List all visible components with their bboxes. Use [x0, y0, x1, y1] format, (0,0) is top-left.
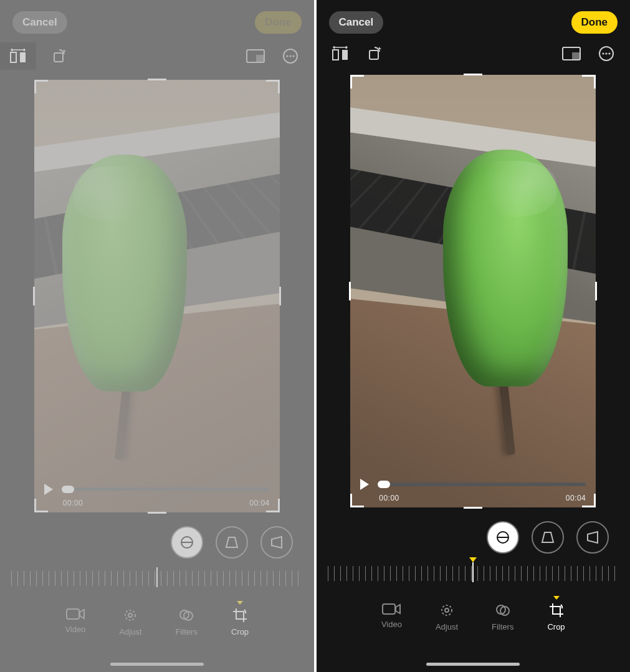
scrubber-thumb[interactable] — [62, 486, 74, 493]
crop-sub-toolbar — [0, 39, 314, 75]
angle-ruler[interactable] — [317, 562, 631, 587]
tab-adjust[interactable]: Adjust — [436, 596, 458, 631]
svg-point-5 — [289, 55, 291, 57]
time-end: 00:04 — [249, 499, 270, 507]
flip-horizontal-button[interactable] — [329, 42, 351, 65]
adjust-icon — [122, 607, 138, 623]
ruler-indicator — [469, 557, 477, 562]
crop-handle-top-right[interactable] — [582, 75, 596, 89]
tab-video[interactable]: Video — [65, 601, 85, 636]
done-button[interactable]: Done — [255, 11, 302, 34]
play-button[interactable] — [360, 479, 369, 490]
svg-point-4 — [286, 55, 288, 57]
svg-point-10 — [125, 610, 135, 620]
svg-rect-14 — [370, 50, 378, 59]
flip-horizontal-icon — [331, 46, 350, 61]
crop-handle-bottom[interactable] — [148, 512, 166, 514]
more-button[interactable] — [279, 45, 302, 67]
rotate-icon — [367, 46, 383, 62]
cancel-button[interactable]: Cancel — [329, 11, 384, 34]
done-button[interactable]: Done — [571, 11, 618, 34]
rotate-icon — [52, 48, 68, 64]
crop-handle-right[interactable] — [595, 282, 597, 300]
crop-handle-bottom-left[interactable] — [350, 494, 364, 507]
crop-handle-bottom-left[interactable] — [34, 499, 48, 512]
perspective-vertical-icon — [541, 530, 555, 544]
scrubber-track[interactable] — [62, 487, 270, 491]
perspective-horizontal-button[interactable] — [260, 526, 293, 559]
perspective-horizontal-button[interactable] — [576, 521, 609, 554]
ellipsis-circle-icon — [282, 48, 298, 64]
straighten-button[interactable] — [171, 526, 203, 559]
straighten-tools — [317, 521, 631, 554]
scrubber-track[interactable] — [378, 482, 586, 486]
svg-point-6 — [292, 55, 294, 57]
straighten-icon — [179, 534, 195, 550]
crop-viewport[interactable]: 00:00 00:04 — [34, 80, 280, 512]
tab-filters[interactable]: Filters — [176, 601, 198, 636]
tab-adjust[interactable]: Adjust — [119, 601, 141, 636]
crop-handle-top-left[interactable] — [34, 80, 48, 94]
crop-handle-bottom[interactable] — [464, 507, 482, 509]
tab-label: Adjust — [436, 622, 458, 631]
editor-pane-left: Cancel Done — [0, 0, 314, 672]
filters-icon — [178, 607, 194, 623]
svg-rect-9 — [67, 609, 79, 619]
aspect-ratio-icon — [562, 47, 581, 60]
aspect-ratio-button[interactable] — [244, 45, 267, 67]
crop-handle-left[interactable] — [33, 287, 35, 305]
time-end: 00:04 — [566, 494, 586, 502]
aspect-ratio-button[interactable] — [560, 42, 583, 65]
flip-horizontal-icon — [9, 49, 27, 64]
time-labels: 00:00 00:04 — [379, 494, 586, 502]
svg-rect-0 — [54, 53, 63, 62]
tab-label: Filters — [492, 622, 513, 631]
tab-crop[interactable]: Crop — [231, 601, 249, 636]
crop-handle-right[interactable] — [279, 287, 281, 305]
crop-handle-top[interactable] — [148, 79, 166, 80]
crop-handle-top-right[interactable] — [266, 80, 280, 94]
crop-icon — [548, 602, 565, 618]
editor-tabs: Video Adjust Filters Crop — [0, 601, 314, 636]
scrubber-thumb[interactable] — [378, 481, 390, 488]
time-start: 00:00 — [379, 494, 399, 502]
flip-horizontal-button[interactable] — [0, 42, 36, 70]
angle-ruler[interactable] — [0, 567, 314, 592]
tab-video[interactable]: Video — [381, 596, 402, 631]
crop-handle-top-left[interactable] — [350, 75, 364, 89]
play-button[interactable] — [44, 484, 53, 495]
tab-crop[interactable]: Crop — [547, 596, 565, 631]
rotate-button[interactable] — [364, 42, 386, 65]
svg-point-11 — [128, 613, 132, 617]
svg-point-18 — [602, 52, 604, 54]
perspective-horizontal-icon — [586, 530, 599, 544]
video-icon — [66, 607, 85, 621]
cancel-button[interactable]: Cancel — [12, 11, 67, 34]
ellipsis-circle-icon — [598, 46, 614, 62]
more-button[interactable] — [595, 42, 618, 65]
straighten-icon — [495, 529, 511, 545]
crop-viewport[interactable]: 00:00 00:04 — [350, 75, 596, 507]
perspective-vertical-icon — [225, 535, 239, 549]
filters-icon — [495, 602, 511, 618]
perspective-vertical-button[interactable] — [216, 526, 248, 559]
tab-label: Filters — [176, 627, 198, 636]
crop-sub-toolbar — [317, 39, 631, 70]
svg-rect-16 — [572, 52, 580, 60]
svg-point-24 — [442, 605, 452, 615]
top-bar: Cancel Done — [317, 0, 631, 39]
preview-image — [350, 75, 596, 507]
video-scrubber — [44, 484, 270, 495]
perspective-horizontal-icon — [270, 535, 284, 549]
rotate-button[interactable] — [49, 45, 71, 67]
svg-point-20 — [608, 52, 610, 54]
crop-handle-left[interactable] — [349, 282, 351, 300]
perspective-vertical-button[interactable] — [532, 521, 564, 554]
tab-label: Video — [65, 625, 85, 634]
crop-handle-top[interactable] — [464, 74, 482, 75]
svg-rect-2 — [256, 55, 264, 62]
tab-label: Adjust — [119, 627, 141, 636]
tab-filters[interactable]: Filters — [492, 596, 513, 631]
time-start: 00:00 — [63, 499, 84, 507]
straighten-button[interactable] — [487, 521, 519, 554]
